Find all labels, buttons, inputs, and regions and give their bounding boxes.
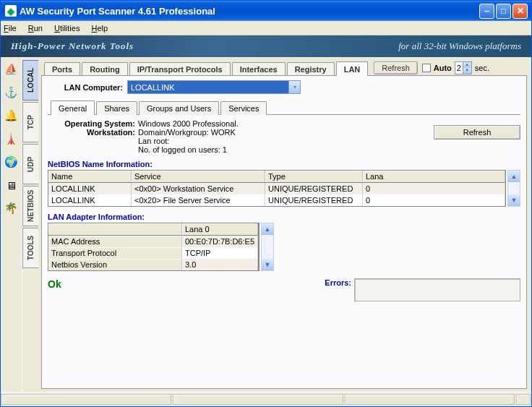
main-panel: LAN Computer: LOCALLINK ▾ General Shares… — [41, 76, 527, 389]
scroll-down-icon[interactable]: ▼ — [508, 194, 520, 206]
main-area: Ports Routing IP/Transport Protocols Int… — [38, 57, 531, 392]
os-label: Operating System: — [48, 119, 138, 128]
subtab-shares[interactable]: Shares — [96, 101, 137, 115]
tab-ip-transport[interactable]: IP/Transport Protocols — [129, 62, 231, 75]
vtab-local[interactable]: LOCAL — [22, 60, 38, 100]
sub-tabs: General Shares Groups and Users Services — [48, 100, 520, 115]
resize-grip[interactable] — [516, 394, 531, 405]
top-tabs: Ports Routing IP/Transport Protocols Int… — [41, 60, 527, 76]
subtab-general[interactable]: General — [51, 100, 95, 115]
netbios-scrollbar[interactable]: ▲ ▼ — [507, 170, 520, 207]
workstation-line2: Lan root: — [138, 137, 434, 145]
menu-run[interactable]: Run — [28, 24, 43, 33]
menu-utilities[interactable]: Utilities — [54, 24, 80, 33]
adapter-section-title: LAN Adapter Information: — [48, 213, 520, 221]
toolbar-ship-icon[interactable]: ⛵ — [4, 61, 20, 77]
auto-checkbox[interactable] — [422, 64, 431, 72]
vtab-udp[interactable]: UDP — [22, 144, 38, 184]
menu-bar: File Run Utilities Help — [1, 21, 531, 35]
netbios-table: Name Service Type Lana LOCALLINK <0x00> … — [48, 170, 506, 207]
maximize-button[interactable]: □ — [496, 4, 511, 19]
banner-left: High-Power Network Tools — [11, 40, 134, 52]
auto-label: Auto — [434, 64, 452, 72]
menu-help[interactable]: Help — [91, 24, 108, 33]
subtab-groups-users[interactable]: Groups and Users — [139, 101, 219, 115]
spinner-down-icon[interactable]: ▼ — [463, 68, 471, 74]
minimize-button[interactable]: – — [479, 4, 494, 19]
vertical-tabs: LOCAL TCP UDP NETBIOS TOOLS — [22, 57, 38, 392]
body: ⛵ ⚓ 🔔 🗼 🌍 🖥 🌴 LOCAL TCP UDP NETBIOS TOOL… — [1, 57, 531, 392]
toolbar-buoy-icon[interactable]: 🔔 — [4, 108, 20, 124]
table-row[interactable]: Netbios Version 3.0 — [48, 259, 258, 270]
workstation-label: Workstation: — [48, 128, 138, 137]
table-row[interactable]: LOCALLINK <0x20> File Server Service UNI… — [48, 194, 505, 206]
subtab-services[interactable]: Services — [220, 101, 267, 115]
lan-computer-value: LOCALLINK — [131, 83, 175, 92]
app-window: ◆ AW Security Port Scanner 4.61 Professi… — [0, 0, 532, 407]
dropdown-icon[interactable]: ▾ — [288, 81, 300, 93]
adapter-col-header[interactable]: Lana 0 — [182, 223, 258, 236]
errors-label: Errors: — [325, 278, 351, 287]
window-title: AW Security Port Scanner 4.61 Profession… — [20, 6, 215, 17]
toolbar-palm-icon[interactable]: 🌴 — [4, 200, 20, 216]
toolbar-lighthouse-icon[interactable]: 🗼 — [4, 131, 20, 147]
title-bar[interactable]: ◆ AW Security Port Scanner 4.61 Professi… — [1, 1, 531, 21]
status-ok: Ok — [48, 278, 61, 290]
netbios-header-name[interactable]: Name — [48, 171, 132, 183]
status-segment — [1, 394, 171, 405]
workstation-line3: No. of logged on users: 1 — [138, 145, 434, 154]
adapter-table: Lana 0 MAC Address 00:E0:7D:7B:D6:E5 Tra… — [48, 223, 259, 271]
netbios-header-service[interactable]: Service — [132, 171, 265, 183]
auto-interval-spinner[interactable]: 2 ▲▼ — [455, 61, 472, 74]
auto-value: 2 — [457, 64, 461, 72]
adapter-empty-area — [259, 223, 259, 271]
vtab-netbios[interactable]: NETBIOS — [22, 186, 38, 226]
vtab-tools[interactable]: TOOLS — [22, 228, 38, 268]
scroll-up-icon[interactable]: ▲ — [262, 223, 273, 235]
tab-routing[interactable]: Routing — [82, 62, 128, 75]
os-value: Windows 2000 Professional. — [138, 119, 434, 128]
errors-box — [354, 278, 520, 301]
left-toolbar: ⛵ ⚓ 🔔 🗼 🌍 🖥 🌴 — [1, 57, 22, 392]
banner: High-Power Network Tools for all 32-bit … — [1, 35, 531, 57]
vtab-tcp[interactable]: TCP — [22, 102, 38, 142]
toolbar-monitor-icon[interactable]: 🖥 — [4, 177, 20, 193]
table-row[interactable]: Transport Protocol TCP/IP — [48, 247, 258, 259]
status-bar — [1, 392, 531, 406]
tab-interfaces[interactable]: Interfaces — [232, 62, 286, 75]
menu-file[interactable]: File — [4, 24, 17, 33]
lan-computer-label: LAN Computer: — [55, 83, 127, 92]
netbios-header-lana[interactable]: Lana — [363, 171, 505, 183]
netbios-header-type[interactable]: Type — [265, 171, 363, 183]
scroll-up-icon[interactable]: ▲ — [508, 171, 520, 182]
table-row[interactable]: MAC Address 00:E0:7D:7B:D6:E5 — [48, 236, 258, 247]
netbios-section-title: NetBIOS Name Information: — [48, 160, 520, 168]
top-refresh-button[interactable]: Refresh — [374, 61, 418, 74]
table-row[interactable]: LOCALLINK <0x00> Workstation Service UNI… — [48, 183, 505, 194]
auto-unit: sec. — [475, 64, 489, 72]
tab-lan[interactable]: LAN — [336, 61, 369, 76]
tab-ports[interactable]: Ports — [44, 62, 80, 75]
tab-registry[interactable]: Registry — [287, 62, 335, 75]
status-segment — [173, 394, 343, 405]
app-icon: ◆ — [5, 5, 17, 17]
general-refresh-button[interactable]: Refresh — [434, 125, 520, 140]
spinner-up-icon[interactable]: ▲ — [463, 62, 471, 68]
status-segment — [345, 394, 515, 405]
workstation-line1: Domain/Workgroup: WORK — [138, 128, 434, 137]
toolbar-globe-icon[interactable]: 🌍 — [4, 154, 20, 170]
close-button[interactable]: ✕ — [512, 4, 528, 19]
adapter-scrollbar[interactable]: ▲ ▼ — [261, 223, 274, 271]
lan-computer-select[interactable]: LOCALLINK ▾ — [127, 80, 301, 94]
scroll-down-icon[interactable]: ▼ — [262, 259, 273, 270]
banner-right: for all 32-bit Windows platforms — [398, 40, 521, 52]
toolbar-anchor-icon[interactable]: ⚓ — [4, 85, 20, 100]
